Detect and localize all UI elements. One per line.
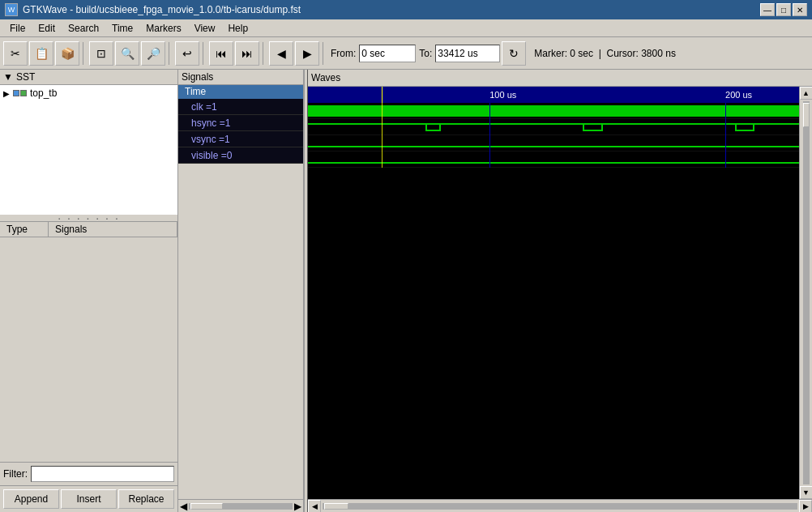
wave-rows[interactable] xyxy=(308,103,799,499)
signal-vsync-row[interactable]: vsync =1 xyxy=(178,131,303,147)
minimize-button[interactable]: — xyxy=(760,3,775,16)
menu-file[interactable]: File xyxy=(3,21,32,36)
tree-expand-icon: ▶ xyxy=(3,89,10,98)
empty-wave-area[interactable] xyxy=(308,168,799,499)
module-icon xyxy=(13,90,27,96)
menu-search[interactable]: Search xyxy=(62,21,105,36)
undo-button[interactable]: ↩ xyxy=(175,41,199,66)
signal-visible-row[interactable]: visible =0 xyxy=(178,147,303,164)
vscroll-up-btn[interactable]: ▲ xyxy=(800,87,813,100)
signals-column-header: Signals xyxy=(49,222,177,237)
signal-scroll-right-arrow[interactable]: ▶ xyxy=(294,501,301,512)
hsync-low-2 xyxy=(583,123,602,131)
menu-view[interactable]: View xyxy=(188,21,222,36)
menu-bar: File Edit Search Time Markers View Help xyxy=(0,19,812,37)
waves-inner: 100 us 200 us xyxy=(308,87,799,499)
copy-button[interactable]: 📋 xyxy=(29,41,53,66)
signal-scroll-thumb[interactable] xyxy=(190,503,223,510)
sst-dotted-separator: · · · · · · · xyxy=(0,215,177,221)
maximize-button[interactable]: □ xyxy=(776,3,791,16)
to-input[interactable] xyxy=(435,45,500,62)
close-button[interactable]: ✕ xyxy=(793,3,807,16)
table-header: Type Signals xyxy=(0,222,177,237)
sep-1 xyxy=(83,42,86,65)
title-bar: W GTKWave - build/ucsbieee_fpga_movie_1.… xyxy=(0,0,812,19)
hscroll-thumb[interactable] xyxy=(324,503,348,510)
time-marker-200us: 200 us xyxy=(725,90,752,100)
next-button[interactable]: ▶ xyxy=(295,41,319,66)
right-area: Signals Time clk =1 hsync =1 vsync =1 xyxy=(178,70,812,512)
mod-icon-green xyxy=(20,90,27,96)
goto-end-button[interactable]: ⏭ xyxy=(235,41,259,66)
zoom-in-button[interactable]: 🔍 xyxy=(115,41,139,66)
signal-hsync-name: hsync =1 xyxy=(191,117,230,129)
append-button[interactable]: Append xyxy=(3,489,59,509)
menu-edit[interactable]: Edit xyxy=(32,21,62,36)
time-marker-100us: 100 us xyxy=(489,90,516,100)
sep-2 xyxy=(169,42,172,65)
hscroll-right-btn[interactable]: ▶ xyxy=(799,500,812,513)
to-label: To: xyxy=(417,48,434,59)
cursor-marker xyxy=(382,87,382,103)
signal-panel-scrollbar[interactable]: ◀ ▶ xyxy=(178,499,303,512)
signals-panel-header: Signals xyxy=(178,70,303,85)
hscroll-left-btn[interactable]: ◀ xyxy=(308,500,321,513)
signal-clk-name: clk =1 xyxy=(191,101,217,113)
signal-hsync-row[interactable]: hsync =1 xyxy=(178,115,303,131)
vscroll-track[interactable] xyxy=(803,101,810,484)
filter-input[interactable] xyxy=(31,466,174,482)
waves-content-area: 100 us 200 us xyxy=(308,87,812,499)
hscroll-track[interactable] xyxy=(323,503,797,510)
signal-time-header: Time xyxy=(178,85,303,99)
menu-markers[interactable]: Markers xyxy=(139,21,187,36)
refresh-button[interactable]: ↻ xyxy=(502,41,526,66)
waves-panel: Waves 100 us 200 us xyxy=(308,70,812,512)
sst-panel: ▼ SST ▶ top_tb · · · · · · · Type Signal… xyxy=(0,70,178,512)
prev-button[interactable]: ◀ xyxy=(269,41,293,66)
paste-button[interactable]: 📦 xyxy=(55,41,79,66)
vscroll-thumb[interactable] xyxy=(803,103,810,127)
goto-begin-button[interactable]: ⏮ xyxy=(209,41,233,66)
vscroll-down-btn[interactable]: ▼ xyxy=(800,486,813,499)
time-ruler: 100 us 200 us xyxy=(308,87,799,103)
hsync-low-1 xyxy=(425,123,440,131)
type-signals-table: Type Signals xyxy=(0,221,177,462)
cut-button[interactable]: ✂ xyxy=(3,41,28,66)
toolbar: ✂ 📋 📦 ⊡ 🔍 🔎 ↩ ⏮ ⏭ ◀ ▶ From: To: ↻ Marker… xyxy=(0,37,812,70)
from-input[interactable] xyxy=(359,45,416,62)
sep-3 xyxy=(203,42,206,65)
main-content: ▼ SST ▶ top_tb · · · · · · · Type Signal… xyxy=(0,70,812,512)
sst-header: ▼ SST xyxy=(0,70,177,85)
replace-button[interactable]: Replace xyxy=(118,489,174,509)
signal-clk-row[interactable]: clk =1 xyxy=(178,99,303,115)
bottom-buttons: Append Insert Replace xyxy=(0,485,177,512)
marker-info: Marker: 0 sec | Cursor: 3800 ns xyxy=(528,48,682,59)
zoom-out-button[interactable]: 🔎 xyxy=(141,41,165,66)
tree-item-top-tb[interactable]: ▶ top_tb xyxy=(2,87,176,100)
signals-waves-area: Signals Time clk =1 hsync =1 vsync =1 xyxy=(178,70,812,512)
sep-4 xyxy=(263,42,266,65)
signal-vsync-name: vsync =1 xyxy=(191,134,230,145)
tree-item-label: top_tb xyxy=(30,87,57,99)
window-title: GTKWave - build/ucsbieee_fpga_movie_1.0.… xyxy=(23,4,301,15)
waves-vscroll[interactable]: ▲ ▼ xyxy=(799,87,812,499)
filter-label: Filter: xyxy=(3,468,28,480)
sst-tree-area[interactable]: ▶ top_tb xyxy=(0,85,177,215)
type-column-header: Type xyxy=(0,222,49,237)
signal-list: Time clk =1 hsync =1 vsync =1 v xyxy=(178,85,303,499)
zoom-fit-button[interactable]: ⊡ xyxy=(89,41,113,66)
hsync-low-3 xyxy=(735,123,754,131)
signals-panel: Signals Time clk =1 hsync =1 vsync =1 xyxy=(178,70,304,512)
signal-scroll-left-arrow[interactable]: ◀ xyxy=(180,501,187,512)
menu-help[interactable]: Help xyxy=(221,21,254,36)
menu-time[interactable]: Time xyxy=(105,21,139,36)
signal-scroll-track[interactable] xyxy=(189,503,293,510)
from-label: From: xyxy=(329,48,357,59)
waves-hscroll[interactable]: ◀ ▶ xyxy=(308,499,812,512)
sst-triangle[interactable]: ▼ xyxy=(3,71,13,83)
app-icon: W xyxy=(5,3,18,16)
sep-5 xyxy=(323,42,326,65)
insert-button[interactable]: Insert xyxy=(61,489,117,509)
signal-visible-name: visible =0 xyxy=(191,150,232,161)
waves-header: Waves xyxy=(308,70,812,87)
